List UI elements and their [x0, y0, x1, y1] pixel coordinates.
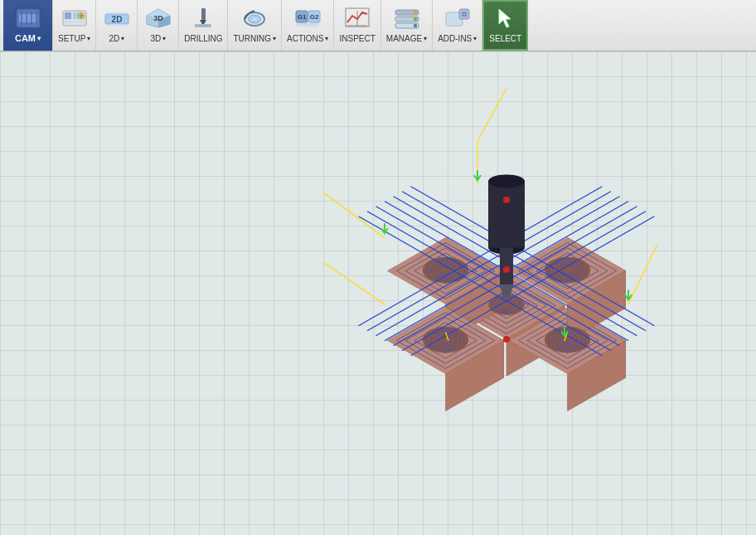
cam-menu-button[interactable]: CAM▾ [3, 0, 53, 51]
manage-button[interactable]: MANAGE▾ [381, 0, 433, 51]
2d-label: 2D▾ [109, 34, 124, 43]
setup-icon [61, 7, 88, 32]
3d-label: 3D▾ [150, 34, 166, 43]
svg-rect-33 [296, 23, 319, 27]
svg-rect-42 [414, 24, 417, 27]
cam-3d-canvas[interactable] [0, 51, 756, 535]
addins-button[interactable]: ADD-INS▾ [433, 0, 482, 51]
toolbar: CAM▾ SETUP▾ 2D [0, 0, 756, 51]
svg-point-28 [252, 17, 257, 21]
addins-label: ADD-INS▾ [438, 34, 477, 43]
select-label: SELECT [489, 34, 521, 43]
cam-label: CAM▾ [15, 33, 41, 43]
drilling-button[interactable]: DRILLING [179, 0, 228, 51]
svg-rect-10 [65, 21, 85, 23]
svg-rect-41 [414, 17, 417, 21]
setup-label: SETUP▾ [58, 34, 90, 43]
turning-label: TURNING▾ [233, 34, 276, 43]
svg-marker-48 [499, 9, 511, 27]
svg-rect-8 [65, 12, 71, 19]
cam-icon [15, 7, 41, 32]
2d-icon: 2D [104, 7, 130, 32]
manage-icon [394, 7, 420, 32]
svg-text:G1: G1 [298, 13, 307, 21]
svg-rect-40 [414, 11, 417, 14]
turning-icon [241, 7, 268, 32]
3d-icon: 3D [145, 7, 172, 32]
select-button[interactable]: SELECT [482, 0, 528, 51]
svg-text:3D: 3D [153, 14, 163, 22]
actions-button[interactable]: G1 G2 ACTIONS▾ [282, 0, 334, 51]
inspect-icon [344, 7, 371, 32]
turning-button[interactable]: TURNING▾ [228, 0, 282, 51]
drilling-icon [190, 7, 216, 32]
manage-label: MANAGE▾ [386, 34, 427, 43]
addins-icon [444, 7, 471, 32]
actions-icon: G1 G2 [294, 7, 321, 32]
2d-button[interactable]: 2D 2D▾ [96, 0, 138, 51]
svg-text:2D: 2D [111, 15, 122, 24]
svg-text:G2: G2 [310, 13, 319, 21]
3d-button[interactable]: 3D 3D▾ [138, 0, 179, 51]
viewport[interactable] [0, 51, 756, 535]
drilling-label: DRILLING [184, 34, 222, 43]
select-icon [492, 7, 519, 32]
svg-rect-21 [201, 8, 206, 20]
setup-button[interactable]: SETUP▾ [53, 0, 96, 51]
actions-label: ACTIONS▾ [287, 34, 328, 43]
inspect-button[interactable]: INSPECT [334, 0, 380, 51]
inspect-label: INSPECT [339, 34, 375, 43]
